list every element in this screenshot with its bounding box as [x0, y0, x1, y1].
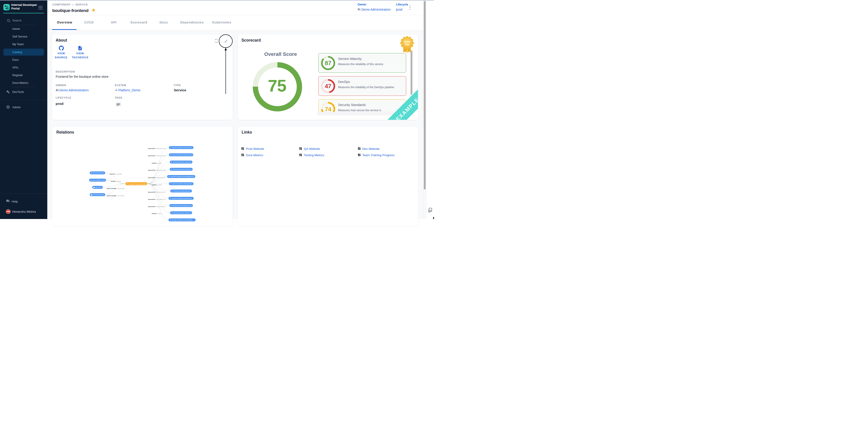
svg-text:system:Platform_Demo: system:Platform_Demo	[92, 179, 105, 181]
svg-text:component:boutique-paymentserv: component:boutique-paymentservice	[172, 154, 192, 156]
svg-text:component:boutique-currencyser: component:boutique-currencyservice	[172, 147, 192, 148]
svg-text:hasPart / partOf: hasPart / partOf	[152, 184, 161, 185]
svg-text:api:starwars-graphql: api:starwars-graphql	[93, 194, 104, 195]
svg-text:hasPart / partOf: hasPart / partOf	[111, 180, 121, 182]
svg-text:apiProvidedBy / providesApi: apiProvidedBy / providesApi	[106, 195, 124, 196]
svg-text:hasPart / partOf: hasPart / partOf	[152, 162, 161, 164]
svg-text:component:boutique-productcata: component:boutique-productcatalogservice	[170, 176, 194, 177]
svg-text:component:boutique-cartservice: component:boutique-cartservice	[173, 212, 191, 213]
svg-text:Tier: Tier	[405, 43, 409, 46]
svg-text:component:boutique-checkoutser: component:boutique-checkoutservice	[172, 198, 192, 199]
svg-text:dependsOn / dependencyOf: dependsOn / dependencyOf	[148, 155, 165, 157]
svg-text:dependsOn / dependencyOf: dependsOn / dependencyOf	[148, 191, 165, 193]
svg-text:dependsOn / dependencyOf: dependsOn / dependencyOf	[148, 177, 165, 178]
svg-text:Demo Administrators: Demo Administrators	[93, 172, 104, 174]
svg-text:apiProvidedBy / providesApi: apiProvidedBy / providesApi	[106, 188, 124, 189]
svg-text:?: ?	[7, 200, 8, 201]
svg-text:component:boutique-frontend: component:boutique-frontend	[128, 183, 146, 184]
svg-text:component:boutique-shippingser: component:boutique-shippingservice	[172, 183, 192, 184]
svg-text:dependsOn / dependencyOf: dependsOn / dependencyOf	[148, 198, 165, 200]
svg-text:component:boutique-loadgenerat: component:boutique-loadgenerator	[173, 205, 192, 206]
svg-text:component:boutique-emailservic: component:boutique-emailservice	[173, 169, 191, 170]
svg-text:dependsOn / dependencyOf: dependsOn / dependencyOf	[148, 147, 165, 149]
svg-text:ownerOf / ownedBy: ownerOf / ownedBy	[109, 173, 122, 175]
svg-text:dependsOn / dependencyOf: dependsOn / dependencyOf	[148, 169, 165, 171]
svg-text:component:boutique-adservice: component:boutique-adservice	[173, 190, 190, 192]
svg-text:component:boutique-redisservic: component:boutique-redisservice	[173, 161, 191, 163]
svg-text:Gold: Gold	[404, 40, 410, 43]
svg-text:dependsOn / dependencyOf: dependsOn / dependencyOf	[148, 206, 165, 207]
svg-text:hasPart / partOf: hasPart / partOf	[152, 213, 161, 214]
svg-text:api:petstore: api:petstore	[95, 187, 102, 188]
